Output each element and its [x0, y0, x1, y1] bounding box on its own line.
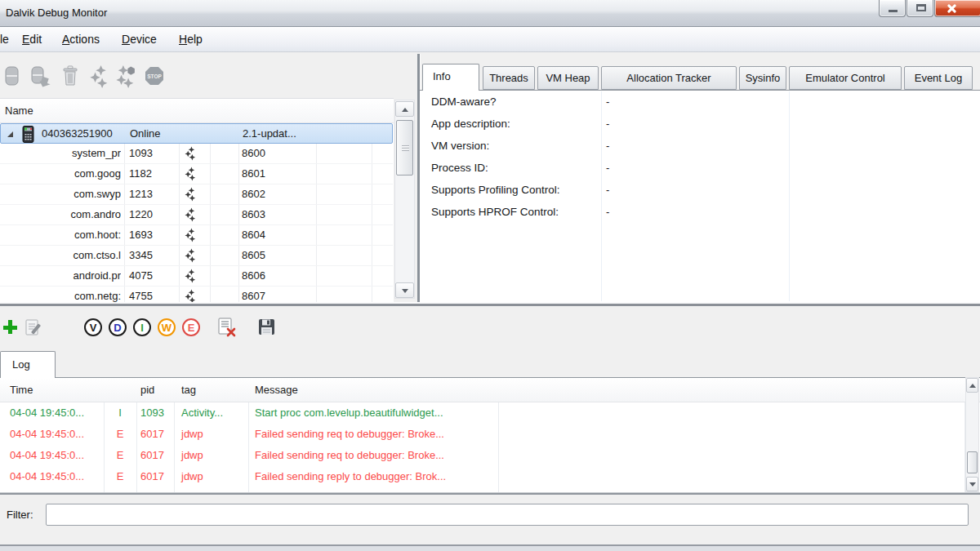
menu-item-edit[interactable]: Edit — [19, 27, 45, 52]
tab-event-log[interactable]: Event Log — [904, 66, 973, 90]
device-serial: 040363251900 — [42, 124, 113, 144]
column-header-message[interactable]: Message — [255, 378, 298, 402]
process-name: com.ctso.l — [0, 246, 121, 265]
minimize-button[interactable] — [879, 0, 906, 17]
debug-threads-icon — [185, 207, 197, 222]
log-scrollbar[interactable] — [965, 377, 979, 492]
column-header-time[interactable]: Time — [10, 378, 33, 402]
device-process-table: Name 040363251900 Online 2.1-updat... sy… — [0, 98, 394, 302]
process-row[interactable]: com.netg: 4755 8607 — [0, 287, 393, 302]
process-row[interactable]: com.ctso.l 3345 8605 — [0, 246, 393, 266]
update-heap-button[interactable] — [114, 65, 137, 88]
device-icon — [2, 65, 22, 88]
save-icon — [258, 318, 275, 335]
tab-label: Event Log — [915, 72, 963, 84]
tab-vm-heap[interactable]: VM Heap — [537, 66, 599, 90]
info-field-row: VM version: - — [420, 135, 980, 157]
info-field-row: Process ID: - — [420, 157, 980, 179]
arrow-up-icon — [402, 108, 408, 112]
save-log-button[interactable] — [258, 318, 275, 338]
log-row[interactable]: 04-04 19:45:0... E 6017 jdwp Failed send… — [0, 445, 964, 466]
tab-threads[interactable]: Threads — [483, 66, 535, 90]
warn-filter-button[interactable]: W — [158, 318, 176, 336]
info-field-row: DDM-aware? - — [420, 91, 980, 113]
scroll-up-button[interactable] — [395, 101, 414, 117]
tab-log[interactable]: Log — [0, 351, 56, 378]
tab-info[interactable]: Info — [422, 64, 479, 91]
filter-input[interactable] — [46, 504, 969, 526]
maximize-button[interactable] — [906, 0, 933, 17]
column-header-name[interactable]: Name — [5, 99, 33, 122]
process-pid: 4075 — [129, 266, 153, 286]
error-filter-button[interactable]: E — [182, 318, 200, 336]
process-row[interactable]: system_pr 1093 8600 — [0, 144, 393, 164]
log-message: Failed sending req to debugger: Broke... — [255, 424, 444, 445]
stop-icon: STOP — [144, 65, 165, 87]
debug-threads-icon — [185, 228, 197, 242]
tab-allocation-tracker[interactable]: Allocation Tracker — [601, 66, 737, 90]
update-threads-button[interactable] — [88, 65, 111, 88]
device-status: Online — [130, 124, 161, 144]
process-port: 8605 — [242, 246, 265, 265]
collapse-triangle-icon[interactable] — [6, 130, 15, 139]
process-row[interactable]: com.goog 1182 8601 — [0, 164, 393, 184]
tab-sysinfo[interactable]: Sysinfo — [739, 66, 786, 90]
scroll-thumb[interactable] — [396, 120, 413, 176]
menu-item-help[interactable]: Help — [176, 27, 206, 52]
arrow-up-icon — [969, 384, 976, 388]
scroll-up-button[interactable] — [966, 378, 978, 393]
process-row[interactable]: com.swyp 1213 8602 — [0, 184, 393, 205]
stop-process-button[interactable]: STOP — [144, 65, 167, 88]
process-row[interactable]: android.pr 4075 8606 — [0, 266, 393, 287]
garbage-collect-button[interactable] — [61, 65, 84, 88]
clear-log-button[interactable] — [217, 318, 237, 340]
log-row[interactable]: 04-04 19:45:0... E 6017 jdwp Failed send… — [0, 466, 964, 487]
close-icon — [947, 3, 957, 14]
column-header-pid[interactable]: pid — [140, 378, 154, 402]
tab-label: Allocation Tracker — [626, 72, 710, 84]
process-name: com.andro — [0, 205, 121, 224]
scroll-down-button[interactable] — [966, 477, 978, 491]
info-filter-button[interactable]: I — [133, 318, 151, 336]
warn-letter: W — [162, 322, 172, 334]
device-table-scrollbar[interactable] — [394, 100, 415, 299]
edit-filter-button[interactable] — [25, 318, 43, 339]
close-button[interactable] — [934, 0, 980, 17]
menu-item-file[interactable]: le — [0, 27, 12, 52]
info-field-label: Process ID: — [431, 157, 488, 179]
process-name: system_pr — [0, 144, 121, 163]
verbose-filter-button[interactable]: V — [84, 318, 102, 336]
column-header-tag[interactable]: tag — [181, 378, 196, 402]
debug-filter-button[interactable]: D — [109, 318, 127, 336]
device-table-rows: 040363251900 Online 2.1-updat... system_… — [0, 123, 394, 302]
process-name: com.swyp — [0, 184, 121, 204]
log-row[interactable]: 04-04 19:45:0... E 6017 jdwp Failed send… — [0, 424, 964, 445]
log-message: Failed sending reply to debugger: Brok..… — [255, 466, 446, 487]
info-field-row: App description: - — [420, 113, 980, 135]
tab-label: Sysinfo — [746, 72, 781, 84]
log-tag: jdwp — [181, 424, 203, 445]
log-level: E — [104, 424, 136, 445]
window-title: Dalvik Debug Monitor — [6, 7, 107, 19]
menu-item-device[interactable]: Device — [118, 27, 160, 52]
scroll-thumb[interactable] — [967, 451, 978, 473]
log-level: E — [104, 445, 136, 466]
menu-item-actions[interactable]: Actions — [59, 27, 103, 52]
log-row[interactable]: 04-04 19:45:0... I 1093 Activity... Star… — [0, 402, 964, 424]
debug-process-button[interactable] — [2, 65, 25, 88]
push-file-button[interactable] — [29, 65, 52, 88]
device-row[interactable]: 040363251900 Online 2.1-updat... — [0, 123, 393, 144]
debug-threads-icon — [185, 289, 197, 302]
tab-emulator-control[interactable]: Emulator Control — [789, 66, 902, 90]
device-arrow-icon — [29, 65, 52, 88]
horizontal-splitter[interactable] — [0, 302, 980, 313]
process-row[interactable]: com.andro 1220 8603 — [0, 205, 393, 225]
info-field-value: - — [606, 91, 609, 113]
trash-icon — [61, 65, 79, 87]
log-tag: Activity... — [181, 402, 223, 424]
process-row[interactable]: com.hoot: 1693 8604 — [0, 225, 393, 246]
scroll-down-button[interactable] — [395, 282, 414, 298]
title-bar[interactable]: Dalvik Debug Monitor — [0, 0, 980, 27]
process-pid: 1220 — [129, 205, 153, 224]
svg-text:STOP: STOP — [147, 73, 162, 79]
